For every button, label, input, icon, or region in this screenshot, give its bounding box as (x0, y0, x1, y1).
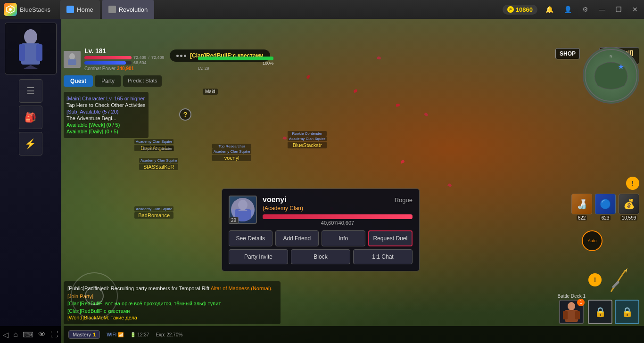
svg-point-17 (568, 302, 575, 310)
auto-label: Auto (588, 238, 597, 243)
skills-icon[interactable]: ⚡ (19, 132, 42, 155)
item-slot-1-group: 🍶 622 (571, 194, 592, 220)
quest-list: [Main] Character Lv. 165 or higher Tap H… (64, 92, 149, 138)
game-area: ☰ 🎒 ⚡ ◁ ⌂ ⌨ 👁 ⛶ Lv. 181 72,409 / (0, 19, 644, 343)
see-details-btn[interactable]: See Details (229, 230, 272, 246)
minimap[interactable]: N ★ (583, 47, 639, 104)
warning-icon-2[interactable]: ! (588, 273, 602, 286)
points-badge: P 10860 (503, 5, 537, 15)
points-icon: P (507, 6, 514, 13)
predict-stats-tab[interactable]: Predict Stats (123, 75, 162, 87)
nametag-bluestackstr-rank: Rookie Contender (288, 131, 327, 136)
menu-icon[interactable]: ☰ (19, 79, 42, 103)
mp-bar-bg (84, 61, 132, 65)
minimize-btn[interactable]: — (596, 5, 608, 14)
player-card-popup: 29 voenyi Rogue (Academy Clan) 40,607/40… (222, 188, 420, 271)
inventory-icon[interactable]: 🎒 (19, 106, 42, 129)
svg-point-2 (24, 29, 37, 44)
card-avatar: 29 (229, 196, 257, 224)
card-info: voenyi Rogue (Academy Clan) 40,607/40,60… (263, 196, 413, 226)
nametag-badromance-clan: Academy Clan Squire (134, 206, 173, 212)
party-invite-btn[interactable]: Party Invite (229, 249, 288, 264)
sword-icon-area (606, 266, 630, 296)
home-tab-icon (66, 6, 74, 13)
player-hud: Lv. 181 72,409 / 72,409 66,604 Combat Po… (64, 47, 165, 71)
progress-fill (198, 57, 273, 60)
block-btn[interactable]: Block (291, 249, 350, 264)
warning-row-1: ! (571, 177, 639, 190)
nametag-voenyl-name: voenyl (212, 155, 251, 161)
nametag-voenyl-clan2: Academy Clan Squire (212, 149, 251, 154)
card-player-name: voenyi (263, 196, 287, 204)
mp-text: 66,604 (133, 60, 147, 65)
card-header: 29 voenyi Rogue (Academy Clan) 40,607/40… (229, 196, 413, 226)
nametag-stasstalker-clan: Academy Clan Squire (139, 158, 178, 163)
battle-deck-slot[interactable]: 1 (559, 300, 584, 324)
back-icon[interactable]: ◁ (3, 330, 8, 339)
titlebar-right: P 10860 🔔 👤 ⚙ — ❐ ✕ (503, 5, 640, 15)
item-slot-1[interactable]: 🍶 (571, 194, 592, 214)
party-tab[interactable]: Party (95, 75, 121, 87)
tab-revolution[interactable]: Revolution (102, 0, 154, 19)
item-1-count: 622 (577, 215, 587, 220)
item-row-1: 🍶 622 🔵 623 💰 10,599 (571, 194, 639, 220)
svg-marker-22 (625, 268, 627, 273)
nametag-badromance-group: Academy Clan Squire BadRomance (134, 206, 173, 219)
hp-text: 72,409 (133, 55, 147, 60)
revolution-tab-icon (108, 6, 116, 13)
card-buttons-row2: Party Invite Block 1:1 Chat (229, 249, 413, 264)
item-slot-2[interactable]: 🔵 (595, 194, 616, 214)
item-2-icon: 🔵 (595, 194, 615, 214)
quest-item-3[interactable]: [Sub] Available (5 / 20) (66, 109, 146, 114)
chat-dots (176, 55, 186, 57)
tab-revolution-label: Revolution (119, 6, 148, 13)
svg-rect-4 (19, 44, 25, 61)
shop-button[interactable]: SHOP (555, 48, 580, 59)
question-mark-icon[interactable]: ? (179, 108, 191, 121)
nametag-maid: Maid (203, 89, 218, 95)
request-duel-btn[interactable]: Request Duel (368, 230, 413, 246)
battle-deck-group: Battle Deck 1 1 (558, 294, 586, 324)
warning-icon-1[interactable]: ! (626, 177, 639, 190)
nametag-bluestackstr-clan: Academy Clan Squire (288, 136, 327, 141)
card-hp-text: 40,607/40,607 (263, 220, 413, 226)
nametag-voenyl-group: Top Researcher Academy Clan Squire voeny… (212, 144, 251, 161)
skill-slot-1[interactable]: 🔒 (588, 300, 612, 324)
svg-rect-19 (563, 311, 568, 319)
card-hp-bar-bg (263, 214, 413, 219)
settings-icon[interactable]: ⚙ (580, 5, 591, 14)
skill-slot-2[interactable]: 🔒 (615, 300, 639, 324)
mp-row: 66,604 (84, 60, 165, 65)
quest-item-6[interactable]: Available [Daily] (0 / 5) (66, 129, 146, 134)
add-friend-btn[interactable]: Add Friend (275, 230, 319, 246)
wifi-status: WIFI 📶 (107, 332, 124, 337)
auto-button[interactable]: Auto (582, 230, 603, 251)
player-stats: Lv. 181 72,409 / 72,409 66,604 Combat Po… (84, 47, 165, 71)
profile-icon[interactable]: 👤 (561, 5, 574, 14)
keyboard-icon[interactable]: ⌨ (23, 330, 33, 339)
eye-icon[interactable]: 👁 (38, 330, 46, 339)
svg-rect-5 (36, 44, 42, 61)
one-on-one-chat-btn[interactable]: 1:1 Chat (353, 249, 413, 264)
restore-btn[interactable]: ❐ (613, 5, 624, 14)
battle-deck-badge: 1 (577, 299, 585, 306)
expand-icon[interactable]: ⛶ (50, 330, 58, 339)
item-slot-3[interactable]: 💰 (619, 194, 639, 214)
activity-progress: 100% Lv. 29 (198, 57, 273, 71)
tab-home[interactable]: Home (60, 0, 100, 19)
quest-tab[interactable]: Quest (64, 75, 93, 87)
joystick-outer[interactable] (71, 272, 118, 319)
quest-item-4[interactable]: The Adventure Begi... (66, 115, 146, 121)
warning-icon-2-container: ! (588, 273, 602, 286)
quest-item-2[interactable]: Tap Here to Check Other Activities (66, 102, 146, 108)
home-icon[interactable]: ⌂ (13, 330, 18, 339)
svg-rect-8 (68, 59, 76, 65)
bell-icon[interactable]: 🔔 (543, 5, 556, 14)
lock-icon-2: 🔒 (621, 306, 633, 318)
item-slot-3-group: 💰 10,599 (619, 194, 639, 220)
quest-item-5[interactable]: Available [Week] (0 / 5) (66, 122, 146, 128)
info-btn[interactable]: Info (322, 230, 365, 246)
quest-item-1[interactable]: [Main] Character Lv. 165 or higher (66, 96, 146, 101)
combat-power-row: Combat Power 340,901 (84, 66, 165, 71)
close-btn[interactable]: ✕ (630, 5, 640, 14)
